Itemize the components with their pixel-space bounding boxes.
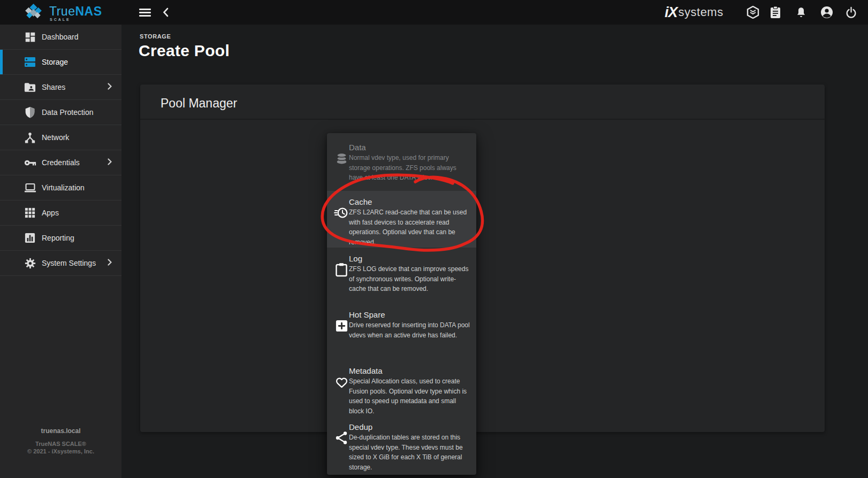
menu-item-cache[interactable]: CacheZFS L2ARC read-cache that can be us… bbox=[327, 191, 476, 248]
truecommand-icon[interactable] bbox=[746, 5, 760, 19]
chevron-right-icon bbox=[108, 82, 112, 92]
sidebar-item-system-settings[interactable]: System Settings bbox=[0, 251, 121, 276]
power-icon[interactable] bbox=[844, 5, 858, 19]
heart-icon bbox=[334, 374, 349, 389]
account-icon[interactable] bbox=[820, 5, 834, 19]
hostname-label: truenas.local bbox=[0, 427, 121, 435]
share-icon bbox=[334, 430, 349, 445]
menu-item-description: Normal vdev type, used for primary stora… bbox=[349, 154, 456, 181]
sidebar-item-network[interactable]: Network bbox=[0, 125, 121, 150]
bar-chart-icon bbox=[24, 232, 36, 244]
cache-history-icon bbox=[334, 205, 349, 220]
menu-item-description: ZFS LOG device that can improve speeds o… bbox=[349, 265, 468, 292]
gear-icon bbox=[24, 257, 36, 269]
breadcrumb: STORAGE bbox=[140, 33, 171, 40]
menu-item-title: Cache bbox=[349, 197, 372, 206]
card-title: Pool Manager bbox=[161, 96, 237, 111]
truenas-logo-text: TrueNAS bbox=[49, 4, 102, 19]
menu-item-title: Metadata bbox=[349, 366, 383, 375]
menu-item-description: Special Allocation class, used to create… bbox=[349, 377, 467, 415]
menu-item-title: Log bbox=[349, 254, 362, 263]
menu-item-log[interactable]: LogZFS LOG device that can improve speed… bbox=[327, 248, 476, 304]
jobs-clipboard-icon[interactable] bbox=[768, 5, 782, 19]
vdev-type-menu: DataNormal vdev type, used for primary s… bbox=[327, 133, 476, 475]
database-icon bbox=[334, 151, 349, 166]
menu-hamburger-icon[interactable] bbox=[139, 9, 151, 18]
ixsystems-logo: iXsystems bbox=[665, 4, 724, 20]
sidebar-item-virtualization[interactable]: Virtualization bbox=[0, 175, 121, 201]
chevron-right-icon bbox=[108, 158, 112, 167]
menu-item-title: Dedup bbox=[349, 422, 372, 431]
menu-item-title: Data bbox=[349, 143, 366, 152]
page-title: Create Pool bbox=[139, 42, 230, 60]
apps-grid-icon bbox=[24, 206, 36, 219]
menu-item-hot-spare[interactable]: Hot SpareDrive reserved for inserting in… bbox=[327, 304, 476, 360]
laptop-icon bbox=[24, 181, 36, 194]
shield-icon bbox=[24, 106, 36, 119]
sidebar-item-dashboard[interactable]: Dashboard bbox=[0, 25, 121, 50]
sidebar-item-shares[interactable]: Shares bbox=[0, 75, 121, 100]
add-box-icon bbox=[334, 318, 349, 333]
sidebar-item-data-protection[interactable]: Data Protection bbox=[0, 100, 121, 125]
product-label: TrueNAS SCALE® bbox=[0, 441, 121, 447]
menu-item-description: ZFS L2ARC read-cache that can be used wi… bbox=[349, 209, 467, 246]
menu-item-description: De-duplication tables are stored on this… bbox=[349, 434, 463, 471]
truenas-logo-icon bbox=[24, 4, 44, 24]
network-hub-icon bbox=[24, 131, 36, 144]
storage-icon bbox=[24, 56, 36, 68]
dashboard-icon bbox=[24, 30, 36, 43]
sidebar-nav: Dashboard Storage Shares Data Protection… bbox=[0, 25, 121, 478]
top-bar: TrueNAS SCALE iXsystems bbox=[0, 0, 868, 25]
sidebar-item-storage[interactable]: Storage bbox=[0, 50, 121, 75]
collapse-sidebar-icon[interactable] bbox=[162, 7, 169, 19]
menu-item-metadata[interactable]: MetadataSpecial Allocation class, used t… bbox=[327, 360, 476, 416]
menu-item-data: DataNormal vdev type, used for primary s… bbox=[327, 136, 476, 191]
truenas-logo-scale-label: SCALE bbox=[50, 18, 71, 21]
menu-item-dedup[interactable]: DedupDe-duplication tables are stored on… bbox=[327, 416, 476, 472]
chevron-right-icon bbox=[108, 258, 112, 268]
clipboard-icon bbox=[334, 262, 349, 277]
sidebar-item-apps[interactable]: Apps bbox=[0, 201, 121, 226]
menu-item-description: Drive reserved for inserting into DATA p… bbox=[349, 321, 470, 339]
alerts-bell-icon[interactable] bbox=[794, 5, 808, 19]
pool-manager-card: Pool Manager bbox=[140, 84, 825, 432]
truenas-app: TrueNAS SCALE iXsystems Dashboard bbox=[0, 0, 868, 478]
key-icon bbox=[24, 156, 36, 169]
shares-folder-icon bbox=[24, 81, 36, 94]
card-divider bbox=[140, 119, 825, 120]
sidebar-item-credentials[interactable]: Credentials bbox=[0, 150, 121, 175]
copyright-label: © 2021 - iXsystems, Inc. bbox=[0, 448, 121, 454]
sidebar-item-reporting[interactable]: Reporting bbox=[0, 226, 121, 251]
menu-item-title: Hot Spare bbox=[349, 310, 385, 319]
